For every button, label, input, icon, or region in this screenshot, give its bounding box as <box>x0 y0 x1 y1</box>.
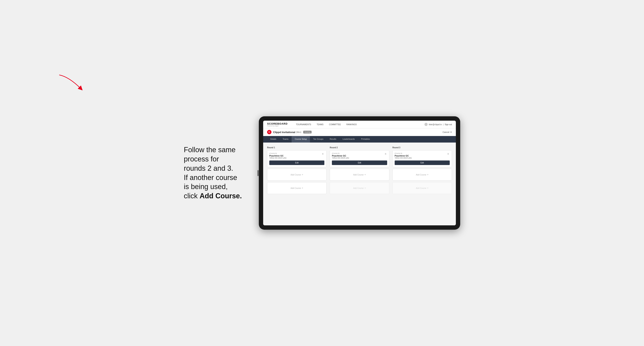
round-3-course-card: (Course A) Peachtree GC Yellow (M) (6629… <box>392 150 452 167</box>
round-2-course-card: (Course A) Peachtree GC Yellow (M) (6629… <box>330 150 389 167</box>
round-1-remove-icon[interactable]: ✕ <box>321 152 324 156</box>
round-1-column: Round 1 (Course A) Peachtree GC Yellow (… <box>267 147 326 195</box>
sign-out-link[interactable]: Sign out <box>444 123 452 126</box>
round-3-course-tag: (Course A) <box>395 152 446 154</box>
round-1-course-name: Peachtree GC <box>269 155 320 157</box>
round-1-add-course-plus-2: + <box>302 187 303 189</box>
round-3-label: Round 3 <box>392 147 452 149</box>
annotation-text: Follow the same process for rounds 2 and… <box>184 145 247 201</box>
outer-wrapper: Follow the same process for rounds 2 and… <box>184 116 460 230</box>
round-1-add-course-1[interactable]: Add Course + <box>267 169 326 180</box>
tablet-side-button <box>258 170 258 176</box>
round-3-course-detail: Yellow (M) (6629 yds) <box>395 157 446 159</box>
tab-results[interactable]: Results <box>326 136 339 143</box>
user-email: blair@clippd.io <box>429 123 442 126</box>
cancel-button[interactable]: Cancel ✕ <box>443 131 452 134</box>
round-3-edit-button[interactable]: Edit <box>395 161 450 165</box>
round-3-course-name: Peachtree GC <box>395 155 446 157</box>
round-1-add-course-label-2: Add Course <box>290 187 301 189</box>
round-1-course-card-header: (Course A) Peachtree GC Yellow (M) (6629… <box>269 152 324 161</box>
main-content: Round 1 (Course A) Peachtree GC Yellow (… <box>263 143 456 225</box>
round-2-add-course-plus-2: + <box>364 187 366 189</box>
round-1-add-course-label-1: Add Course <box>290 174 301 176</box>
hosting-badge: Hosting <box>303 131 312 134</box>
annotation-arrow <box>57 73 89 93</box>
user-info: blair@clippd.io | Sign out <box>424 123 452 126</box>
nav-pipe: | <box>443 123 444 126</box>
round-3-add-course-label-2: Add Course <box>416 187 426 189</box>
tab-course-setup[interactable]: Course Setup <box>292 136 310 143</box>
tab-details[interactable]: Details <box>267 136 280 143</box>
rounds-grid: Round 1 (Course A) Peachtree GC Yellow (… <box>267 147 452 195</box>
round-2-course-card-header: (Course A) Peachtree GC Yellow (M) (6629… <box>332 152 387 161</box>
round-1-course-card: (Course A) Peachtree GC Yellow (M) (6629… <box>267 150 326 167</box>
round-2-add-course-2: Add Course + <box>330 182 389 194</box>
tournament-name: Clippd Invitational <box>273 131 295 134</box>
nav-teams[interactable]: TEAMS <box>316 123 324 126</box>
round-2-remove-icon[interactable]: ✕ <box>384 152 387 156</box>
round-3-course-info: (Course A) Peachtree GC Yellow (M) (6629… <box>395 152 446 161</box>
round-3-add-course-1[interactable]: Add Course + <box>392 169 452 180</box>
tab-leaderboards[interactable]: Leaderboards <box>339 136 358 143</box>
round-2-label: Round 2 <box>330 147 389 149</box>
round-1-course-tag: (Course A) <box>269 152 320 154</box>
tab-nav: Details Teams Course Setup Tee Groups Re… <box>263 136 456 143</box>
user-avatar <box>424 123 428 126</box>
tab-printables[interactable]: Printables <box>358 136 373 143</box>
round-3-add-course-2: Add Course + <box>392 182 452 194</box>
logo-area: SCOREBOARD Powered by clippd <box>267 122 288 127</box>
round-1-course-info: (Course A) Peachtree GC Yellow (M) (6629… <box>269 152 320 161</box>
round-1-add-course-2[interactable]: Add Course + <box>267 182 326 194</box>
round-3-add-course-plus-2: + <box>427 187 428 189</box>
logo-sub: Powered by clippd <box>267 125 288 127</box>
round-2-column: Round 2 (Course A) Peachtree GC Yellow (… <box>330 147 389 195</box>
round-2-edit-button[interactable]: Edit <box>332 161 387 165</box>
round-2-course-info: (Course A) Peachtree GC Yellow (M) (6629… <box>332 152 383 161</box>
round-2-course-name: Peachtree GC <box>332 155 383 157</box>
round-2-add-course-label-1: Add Course <box>353 174 364 176</box>
sub-header: C Clippd Invitational (Men) Hosting Canc… <box>263 128 456 136</box>
round-1-edit-button[interactable]: Edit <box>269 161 324 165</box>
round-3-add-course-plus-1: + <box>427 173 428 176</box>
tab-teams[interactable]: Teams <box>280 136 292 143</box>
round-3-add-course-label-1: Add Course <box>416 174 426 176</box>
round-2-course-tag: (Course A) <box>332 152 383 154</box>
brand-icon: C <box>267 130 272 134</box>
tablet-frame: SCOREBOARD Powered by clippd TOURNAMENTS… <box>259 116 460 230</box>
round-1-label: Round 1 <box>267 147 326 149</box>
logo-scoreboard: SCOREBOARD <box>267 122 288 125</box>
round-1-course-detail: Yellow (M) (6629 yds) <box>269 157 320 159</box>
round-2-course-detail: Yellow (M) (6629 yds) <box>332 157 383 159</box>
tab-tee-groups[interactable]: Tee Groups <box>310 136 326 143</box>
round-2-add-course-1[interactable]: Add Course + <box>330 169 389 180</box>
round-1-add-course-plus-1: + <box>302 173 303 176</box>
nav-tournaments[interactable]: TOURNAMENTS <box>296 123 312 126</box>
round-3-course-card-header: (Course A) Peachtree GC Yellow (M) (6629… <box>395 152 450 161</box>
round-3-remove-icon[interactable]: ✕ <box>446 152 450 156</box>
nav-committee[interactable]: COMMITTEE <box>328 123 341 126</box>
top-nav: SCOREBOARD Powered by clippd TOURNAMENTS… <box>263 121 456 128</box>
nav-rankings[interactable]: RANKINGS <box>346 123 357 126</box>
round-2-add-course-label-2: Add Course <box>353 187 364 189</box>
round-3-column: Round 3 (Course A) Peachtree GC Yellow (… <box>392 147 452 195</box>
tablet-screen: SCOREBOARD Powered by clippd TOURNAMENTS… <box>263 121 456 225</box>
tournament-gender-tag: (Men) <box>296 131 301 133</box>
round-2-add-course-plus-1: + <box>364 173 366 176</box>
